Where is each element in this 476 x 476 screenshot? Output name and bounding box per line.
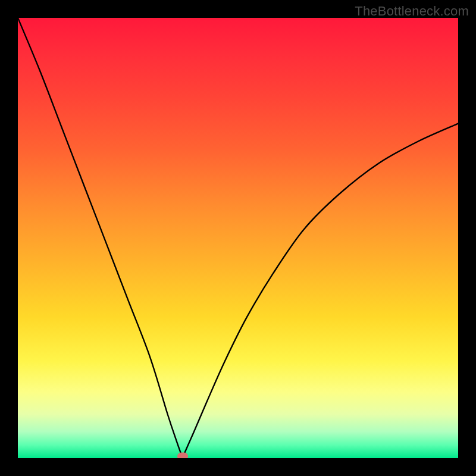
bottleneck-curve bbox=[18, 18, 458, 458]
chart-frame: TheBottleneck.com bbox=[0, 0, 476, 476]
curve-path bbox=[18, 18, 458, 456]
optimal-point-marker bbox=[177, 453, 188, 458]
plot-area bbox=[18, 18, 458, 458]
watermark-text: TheBottleneck.com bbox=[355, 4, 469, 19]
